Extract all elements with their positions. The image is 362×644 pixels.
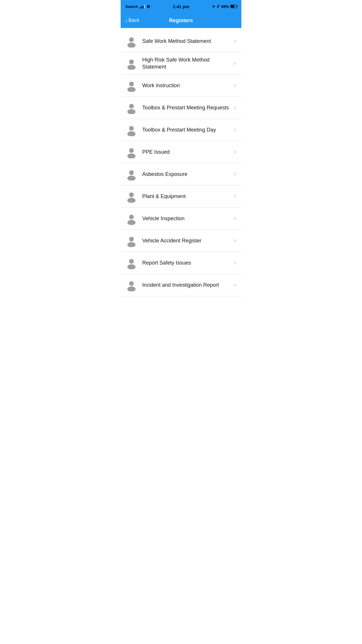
svg-point-7 [127, 109, 136, 114]
battery-body [230, 5, 237, 8]
svg-point-19 [127, 242, 136, 247]
list-item[interactable]: Vehicle Accident Register > [121, 230, 241, 252]
svg-point-10 [129, 148, 134, 153]
person-icon [125, 80, 138, 92]
list-item-label: Asbestos Exposure [142, 171, 231, 178]
list-item[interactable]: PPE Issued > [121, 141, 241, 163]
chevron-right-icon: > [233, 260, 237, 266]
chevron-right-icon: > [233, 104, 237, 111]
person-icon [125, 235, 138, 247]
signal-bar-4 [144, 5, 145, 8]
svg-point-5 [127, 87, 136, 92]
status-left: Search ⊛ [125, 4, 150, 9]
chevron-right-icon: > [233, 193, 237, 200]
person-icon [125, 146, 138, 158]
chevron-right-icon: > [233, 171, 237, 178]
chevron-right-icon: > [233, 149, 237, 155]
svg-point-16 [129, 215, 134, 219]
svg-point-20 [129, 259, 134, 264]
svg-point-8 [129, 126, 134, 131]
list-item[interactable]: Plant & Equipment > [121, 186, 241, 208]
svg-point-0 [129, 37, 134, 42]
chevron-right-icon: > [233, 127, 237, 133]
chevron-right-icon: > [233, 237, 237, 244]
status-bar: Search ⊛ 1:41 pm ➤ ✗ 68% [121, 0, 241, 13]
signal-bars-icon [140, 4, 145, 8]
status-time: 1:41 pm [173, 4, 189, 9]
list-item-label: Toolbox & Prestart Meeting Requests [142, 104, 231, 111]
svg-point-17 [127, 220, 136, 225]
svg-point-9 [127, 131, 136, 136]
list-item[interactable]: Work instruction > [121, 75, 241, 97]
svg-point-21 [127, 264, 136, 269]
svg-point-1 [127, 43, 136, 48]
battery-fill [231, 5, 234, 8]
chevron-right-icon: > [233, 282, 237, 288]
list-item[interactable]: Asbestos Exposure > [121, 163, 241, 186]
back-chevron-icon: ‹ [125, 18, 127, 23]
person-icon [125, 257, 138, 269]
navigation-bar: ‹ Back Registers [121, 13, 241, 28]
list-item[interactable]: Safe Work Method Statement > [121, 30, 241, 52]
person-icon [125, 213, 138, 225]
list-item-label: Vehicle Inspection [142, 215, 231, 222]
svg-point-2 [129, 60, 134, 64]
list-item[interactable]: High Risk Safe Work Method Statement > [121, 52, 241, 75]
signal-bar-2 [141, 6, 142, 8]
chevron-right-icon: > [233, 38, 237, 45]
list-item-label: Plant & Equipment [142, 193, 231, 200]
battery-percent-label: 68% [221, 4, 229, 9]
chevron-right-icon: > [233, 215, 237, 222]
svg-point-3 [127, 65, 136, 70]
bluetooth-icon: ✗ [217, 4, 220, 9]
svg-point-14 [129, 192, 134, 197]
carrier-label: Search [125, 4, 138, 9]
svg-point-15 [127, 198, 136, 203]
location-icon: ➤ [212, 4, 215, 8]
registers-list: Safe Work Method Statement > High Risk S… [121, 28, 241, 296]
signal-bar-3 [143, 6, 143, 8]
svg-point-11 [127, 153, 136, 158]
list-item-label: Report Safety Issues [142, 260, 231, 266]
person-icon [125, 57, 138, 70]
list-item-label: Vehicle Accident Register [142, 237, 231, 244]
chevron-right-icon: > [233, 60, 237, 67]
list-item[interactable]: Report Safety Issues > [121, 252, 241, 274]
list-item[interactable]: Toolbox & Prestart Meeting Day > [121, 119, 241, 141]
wifi-icon: ⊛ [147, 4, 150, 9]
svg-point-12 [129, 170, 134, 175]
svg-point-23 [127, 286, 136, 291]
person-icon [125, 168, 138, 181]
list-item[interactable]: Toolbox & Prestart Meeting Requests > [121, 97, 241, 119]
svg-point-6 [129, 104, 134, 108]
person-icon [125, 279, 138, 291]
list-item-label: Safe Work Method Statement [142, 38, 231, 45]
battery-icon [230, 5, 237, 8]
chevron-right-icon: > [233, 82, 237, 89]
person-icon [125, 35, 138, 48]
svg-point-4 [129, 82, 134, 86]
status-right: ➤ ✗ 68% [212, 4, 237, 9]
svg-point-18 [129, 237, 134, 242]
list-item-label: High Risk Safe Work Method Statement [142, 57, 231, 70]
list-item-label: Toolbox & Prestart Meeting Day [142, 127, 231, 133]
svg-point-22 [129, 281, 134, 286]
person-icon [125, 102, 138, 114]
back-button[interactable]: ‹ Back [124, 15, 140, 26]
page-title: Registers [169, 18, 193, 24]
signal-bar-1 [140, 7, 140, 8]
person-icon [125, 124, 138, 136]
svg-point-13 [127, 176, 136, 181]
list-item[interactable]: Incident and Investigation Report > [121, 274, 241, 296]
back-label: Back [129, 18, 140, 23]
list-item-label: Work instruction [142, 82, 231, 89]
list-item-label: PPE Issued [142, 149, 231, 155]
list-item[interactable]: Vehicle Inspection > [121, 208, 241, 230]
list-item-label: Incident and Investigation Report [142, 282, 231, 288]
person-icon [125, 190, 138, 203]
